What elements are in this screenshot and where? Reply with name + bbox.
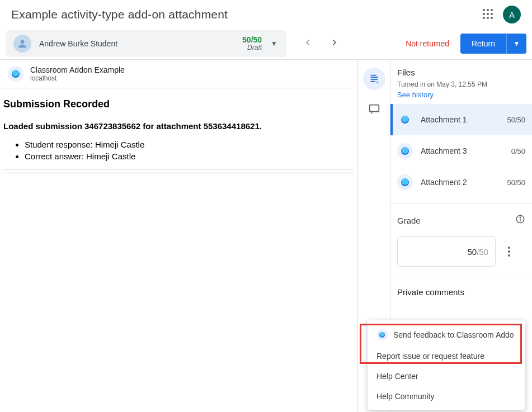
comment-tab-icon[interactable] [363,98,385,120]
svg-rect-1 [369,105,379,112]
context-menu: Send feedback to Classroom Addo Report i… [368,320,525,410]
draft-label: Draft [242,44,262,51]
attachment-name: Attachment 1 [421,115,499,124]
private-comments-heading: Private comments [397,287,525,297]
attachment-row[interactable]: Attachment 150/50 [390,104,532,135]
info-icon[interactable] [515,214,525,226]
addon-host: localhost [30,74,125,82]
student-selector[interactable]: Andrew Burke Student 50/50 Draft ▼ [6,30,286,57]
grade-max: /50 [477,247,488,257]
menu-help-community[interactable]: Help Community [368,386,525,406]
grade-heading: Grade [397,216,421,225]
chevron-down-icon: ▼ [267,40,281,48]
page-title: Example activity-type add-on attachment [11,8,228,21]
attachment-score: 50/50 [507,116,525,124]
divider [3,173,354,173]
files-tab-icon[interactable] [363,68,385,90]
student-score: 50/50 [242,36,262,44]
menu-send-feedback[interactable]: Send feedback to Classroom Addo [368,324,525,346]
grade-input[interactable]: 50/50 [397,236,496,267]
attachment-icon [397,174,413,190]
svg-point-0 [21,40,25,44]
student-name: Andrew Burke Student [39,39,242,48]
grade-value: 50 [467,247,477,257]
menu-send-feedback-label: Send feedback to Classroom Addo [393,330,514,339]
addon-icon [376,329,388,340]
prev-student-button[interactable] [301,35,316,52]
not-returned-label: Not returned [406,39,449,48]
submission-loaded-text: Loaded submission 346723835662 for attac… [3,121,354,131]
correct-answer-line: Correct answer: Himeji Castle [25,151,343,161]
user-avatar[interactable]: A [503,6,521,23]
attachment-row[interactable]: Attachment 250/50 [390,167,532,198]
svg-point-4 [520,217,521,218]
addon-title: Classroom Addon Example [30,65,125,74]
divider [3,169,354,169]
submission-heading: Submission Recorded [3,98,354,110]
menu-help-center-label: Help Center [376,372,418,381]
files-heading: Files [397,68,525,77]
menu-help-center[interactable]: Help Center [368,366,525,386]
attachment-icon [397,143,413,159]
more-options-icon[interactable] [503,247,515,257]
addon-icon [8,66,23,82]
return-button[interactable]: Return [460,34,506,54]
attachment-score: 50/50 [507,178,525,187]
student-response-line: Student response: Himeji Castle [25,140,343,149]
menu-report-issue[interactable]: Report issue or request feature [368,346,525,366]
apps-icon[interactable] [483,9,494,20]
student-avatar-icon [13,35,31,53]
attachment-score: 0/50 [511,147,525,155]
menu-help-community-label: Help Community [376,392,434,401]
next-student-button[interactable] [327,35,341,52]
attachment-name: Attachment 2 [421,178,499,187]
attachment-icon [397,112,413,127]
attachment-row[interactable]: Attachment 30/50 [390,135,532,167]
menu-report-issue-label: Report issue or request feature [376,352,484,361]
turned-in-text: Turned in on May 3, 12:55 PM [397,80,525,88]
see-history-link[interactable]: See history [397,91,434,99]
return-dropdown-button[interactable]: ▼ [506,34,526,54]
attachment-name: Attachment 3 [421,146,503,155]
